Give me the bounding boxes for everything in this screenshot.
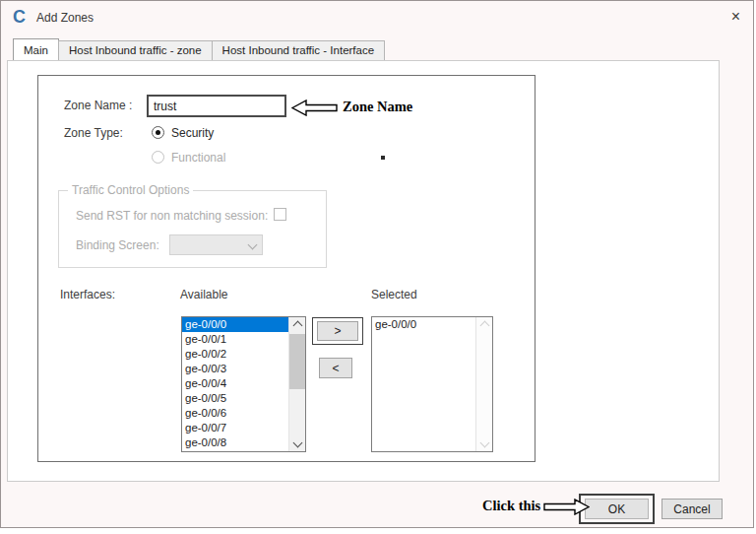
tab-host-inbound-interface[interactable]: Host Inbound traffic - Interface xyxy=(212,40,385,60)
available-scrollbar[interactable] xyxy=(288,317,305,451)
move-right-focus-ring: > xyxy=(312,317,363,345)
available-header: Available xyxy=(180,288,227,301)
ok-button[interactable]: OK xyxy=(585,499,649,519)
radio-security-label: Security xyxy=(171,126,214,140)
list-item[interactable]: ge-0/0/6 xyxy=(182,406,288,421)
traffic-control-group: Traffic Control Options Send RST for non… xyxy=(58,190,327,268)
move-left-button[interactable]: < xyxy=(319,358,352,378)
interfaces-label: Interfaces: xyxy=(60,288,115,301)
list-item[interactable]: ge-0/0/2 xyxy=(182,347,288,362)
scrollbar-thumb[interactable] xyxy=(289,334,305,389)
zone-name-arrow-icon xyxy=(291,100,338,116)
available-list[interactable]: ge-0/0/0ge-0/0/1ge-0/0/2ge-0/0/3ge-0/0/4… xyxy=(181,316,306,452)
scroll-up-icon[interactable] xyxy=(293,321,303,331)
stray-mark xyxy=(381,156,385,160)
zone-name-annotation: Zone Name xyxy=(343,99,412,115)
tab-main[interactable]: Main xyxy=(13,38,59,60)
selected-list[interactable]: ge-0/0/0 xyxy=(371,316,493,452)
traffic-control-group-title: Traffic Control Options xyxy=(68,183,193,197)
scroll-down-icon[interactable] xyxy=(480,438,490,448)
cancel-button[interactable]: Cancel xyxy=(662,499,723,519)
radio-security[interactable] xyxy=(152,126,164,139)
chevron-down-icon xyxy=(248,240,258,250)
zone-name-input[interactable] xyxy=(147,95,286,117)
radio-functional-label: Functional xyxy=(171,151,225,165)
list-item[interactable]: ge-0/0/3 xyxy=(182,362,288,376)
list-item[interactable]: ge-0/0/8 xyxy=(182,435,288,450)
scroll-down-icon[interactable] xyxy=(293,438,303,448)
list-item[interactable]: ge-0/0/1 xyxy=(182,332,288,347)
send-rst-checkbox xyxy=(274,208,286,221)
binding-screen-dropdown xyxy=(169,234,263,255)
move-right-button[interactable]: > xyxy=(317,321,358,341)
close-icon[interactable]: × xyxy=(731,8,740,26)
click-this-arrow-icon xyxy=(543,499,590,515)
send-rst-label: Send RST for non matching session: xyxy=(76,209,268,223)
zone-name-label: Zone Name : xyxy=(64,99,132,112)
list-item[interactable]: ge-0/0/4 xyxy=(182,376,288,391)
selected-header: Selected xyxy=(371,288,417,301)
tab-host-inbound-zone[interactable]: Host Inbound traffic - zone xyxy=(58,40,213,60)
zone-type-label: Zone Type: xyxy=(64,126,123,140)
app-logo-icon: C xyxy=(13,7,26,28)
add-zones-dialog: C Add Zones × Main Host Inbound traffic … xyxy=(0,0,754,528)
scroll-up-icon[interactable] xyxy=(480,321,490,331)
radio-functional[interactable] xyxy=(152,151,164,164)
tab-bar: Main Host Inbound traffic - zone Host In… xyxy=(13,40,384,60)
click-this-annotation: Click this xyxy=(482,498,540,514)
list-item[interactable]: ge-0/0/5 xyxy=(182,391,288,406)
selected-scrollbar[interactable] xyxy=(475,317,492,451)
list-item[interactable]: ge-0/0/0 xyxy=(372,317,475,332)
list-item[interactable]: ge-0/0/0 xyxy=(182,317,288,332)
window-title: Add Zones xyxy=(36,11,94,25)
binding-screen-label: Binding Screen: xyxy=(76,238,159,252)
ok-focus-ring: OK xyxy=(579,494,655,524)
list-item[interactable]: ge-0/0/7 xyxy=(182,421,288,435)
